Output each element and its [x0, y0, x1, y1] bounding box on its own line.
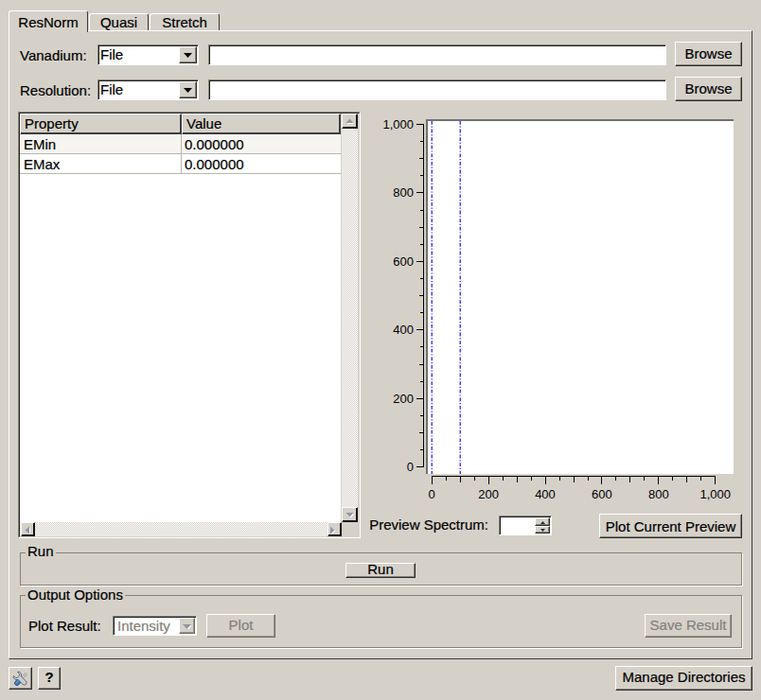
svg-text:400: 400 — [535, 487, 556, 501]
svg-text:400: 400 — [393, 323, 414, 337]
svg-text:0: 0 — [429, 487, 435, 501]
svg-text:200: 200 — [393, 392, 414, 406]
svg-text:1,000: 1,000 — [382, 117, 414, 131]
svg-text:600: 600 — [592, 487, 612, 501]
svg-text:800: 800 — [393, 185, 414, 200]
svg-text:800: 800 — [648, 487, 669, 501]
svg-text:600: 600 — [393, 254, 414, 269]
svg-text:1,000: 1,000 — [699, 487, 731, 501]
svg-text:200: 200 — [478, 487, 499, 501]
svg-text:0: 0 — [407, 460, 414, 474]
